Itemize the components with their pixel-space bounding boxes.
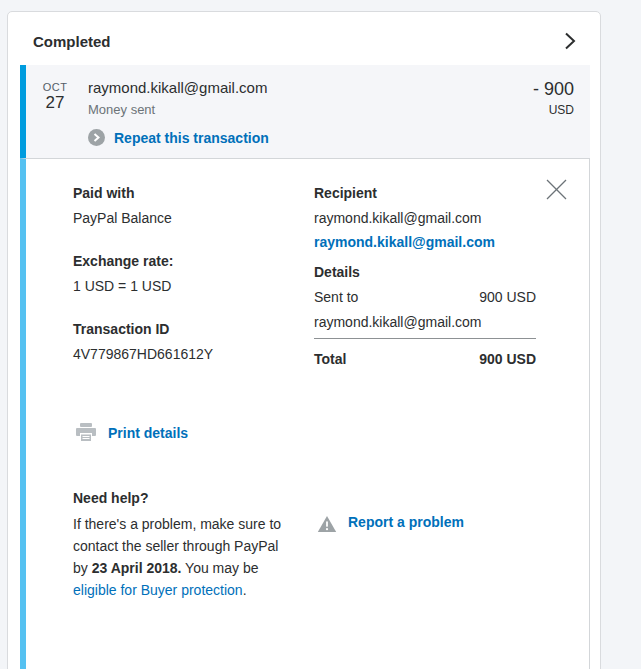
help-deadline-date: 23 April 2018.: [92, 560, 182, 576]
help-body: If there's a problem, make sure to conta…: [73, 513, 283, 601]
help-body-text-2: You may be: [181, 560, 258, 576]
total-row: Total 900 USD: [314, 351, 536, 367]
sent-to-label: Sent to: [314, 289, 358, 305]
sent-to-email: raymond.kikall@gmail.com: [314, 314, 536, 330]
paid-with-label: Paid with: [73, 185, 314, 201]
transaction-id-value: 4V779867HD661612Y: [73, 346, 314, 362]
recipient-label: Recipient: [314, 185, 536, 201]
sent-to-row: Sent to 900 USD: [314, 289, 536, 305]
report-problem-label: Report a problem: [348, 514, 464, 530]
details-group: Details Sent to 900 USD raymond.kikall@g…: [314, 264, 536, 367]
chevron-right-icon[interactable]: [564, 32, 576, 50]
transaction-date: OCT 27: [38, 79, 72, 146]
warning-triangle-icon: [317, 515, 337, 533]
total-divider: [314, 338, 536, 339]
close-icon[interactable]: [545, 178, 568, 201]
transaction-type: Money sent: [88, 102, 504, 117]
transaction-date-month: OCT: [38, 79, 72, 93]
repeat-transaction-link[interactable]: Repeat this transaction: [88, 129, 269, 146]
details-right-column: Recipient raymond.kikall@gmail.com raymo…: [314, 185, 536, 389]
status-title: Completed: [33, 33, 111, 50]
transaction-id-label: Transaction ID: [73, 321, 314, 337]
recipient-group: Recipient raymond.kikall@gmail.com raymo…: [314, 185, 536, 251]
buyer-protection-link[interactable]: eligible for Buyer protection: [73, 582, 243, 598]
print-details-label: Print details: [108, 425, 188, 441]
transaction-amount: - 900: [504, 79, 574, 100]
recipient-name: raymond.kikall@gmail.com: [314, 210, 536, 226]
payee-email: raymond.kikall@gmail.com: [88, 79, 504, 96]
transaction-id-group: Transaction ID 4V779867HD661612Y: [73, 321, 314, 362]
total-amount: 900 USD: [479, 351, 536, 367]
help-section: Need help? If there's a problem, make su…: [73, 490, 589, 601]
report-problem-link[interactable]: Report a problem: [317, 514, 464, 536]
transaction-details-panel: Paid with PayPal Balance Exchange rate: …: [20, 158, 590, 669]
printer-icon: [76, 423, 96, 442]
transaction-row[interactable]: OCT 27 raymond.kikall@gmail.com Money se…: [20, 65, 590, 158]
transaction-summary: raymond.kikall@gmail.com Money sent Repe…: [88, 79, 504, 146]
details-label: Details: [314, 264, 536, 280]
transaction-row-content: OCT 27 raymond.kikall@gmail.com Money se…: [26, 65, 590, 158]
activity-card: Completed OCT 27 raymond.kikall@gmail.co…: [7, 11, 601, 669]
repeat-transaction-label: Repeat this transaction: [114, 130, 269, 146]
repeat-circle-arrow-icon: [88, 129, 105, 146]
print-details-link[interactable]: Print details: [76, 423, 188, 442]
help-body-text-3: .: [243, 582, 247, 598]
help-title: Need help?: [73, 490, 283, 506]
recipient-email-link[interactable]: raymond.kikall@gmail.com: [314, 234, 495, 250]
details-columns: Paid with PayPal Balance Exchange rate: …: [26, 159, 589, 389]
exchange-rate-value: 1 USD = 1 USD: [73, 278, 314, 294]
transaction-date-day: 27: [38, 93, 72, 112]
total-label: Total: [314, 351, 346, 367]
help-text-block: Need help? If there's a problem, make su…: [73, 490, 283, 601]
paid-with-group: Paid with PayPal Balance: [73, 185, 314, 226]
sent-to-amount: 900 USD: [479, 289, 536, 305]
transaction-amount-block: - 900 USD: [504, 79, 574, 146]
transaction-currency: USD: [504, 103, 574, 117]
card-header: Completed: [8, 12, 600, 65]
exchange-rate-label: Exchange rate:: [73, 253, 314, 269]
paid-with-value: PayPal Balance: [73, 210, 314, 226]
exchange-rate-group: Exchange rate: 1 USD = 1 USD: [73, 253, 314, 294]
details-left-column: Paid with PayPal Balance Exchange rate: …: [73, 185, 314, 389]
